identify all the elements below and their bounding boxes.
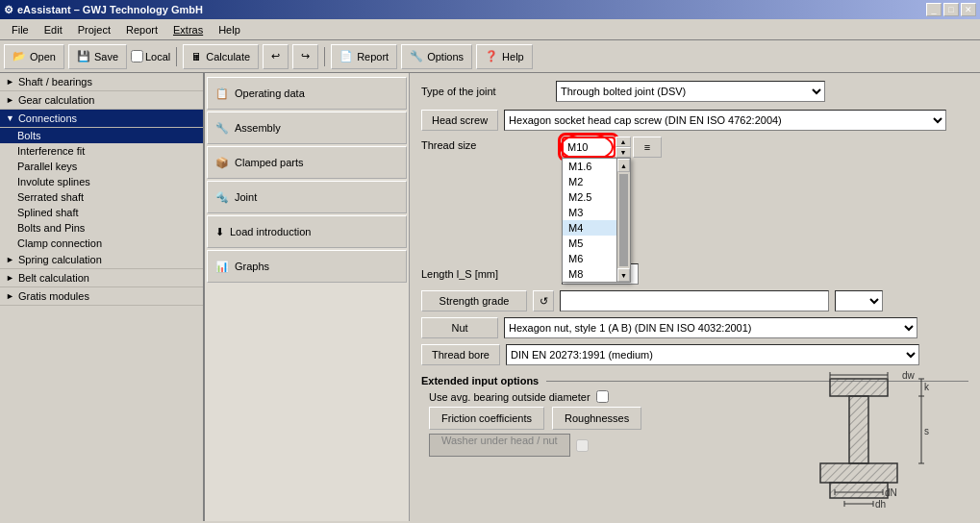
dropdown-scroll-thumb (619, 174, 628, 266)
options-button[interactable]: 🔧 Options (401, 44, 472, 69)
sidebar-item-bolts-and-pins[interactable]: Bolts and Pins (0, 220, 203, 236)
sidebar-item-splined-shaft[interactable]: Splined shaft (0, 205, 203, 220)
thread-size-table-btn[interactable]: ≡ (633, 137, 662, 158)
dropdown-item-m6[interactable]: M6 (563, 251, 616, 266)
strength-input[interactable] (560, 290, 829, 311)
length-row: Length l_S [mm] (421, 263, 968, 285)
chevron-down-icon: ▼ (6, 113, 14, 123)
open-button[interactable]: 📂 Open (4, 44, 64, 69)
nav-operating-data[interactable]: 📋 Operating data (207, 77, 407, 110)
help-button[interactable]: ❓ Help (476, 44, 533, 69)
thread-size-input[interactable] (562, 137, 616, 158)
nut-select[interactable]: Hexagon nut, style 1 (A B) (DIN EN ISO 4… (504, 317, 917, 338)
report-button[interactable]: 📄 Report (331, 44, 397, 69)
app-icon: ⚙ (4, 4, 13, 16)
chevron-right-icon: ► (6, 255, 14, 264)
svg-text:dw: dw (902, 370, 916, 381)
sidebar-item-serrated-shaft[interactable]: Serrated shaft (0, 189, 203, 205)
thread-size-down-btn[interactable]: ▼ (616, 147, 631, 158)
redo-button[interactable]: ↪ (292, 44, 318, 69)
dropdown-scroll-up[interactable]: ▲ (617, 159, 630, 172)
svg-rect-14 (820, 463, 897, 483)
graphs-icon: 📊 (215, 261, 229, 273)
operating-data-icon: 📋 (215, 87, 229, 100)
thread-size-dropdown-list[interactable]: M1.6 M2 M2.5 M3 M4 M5 M6 M8 ▲ (562, 158, 631, 283)
menu-help[interactable]: Help (211, 22, 248, 37)
washer-label: Washer under head / nut (429, 434, 570, 457)
joint-type-select[interactable]: Through bolted joint (DSV)Tap bolt joint… (556, 81, 825, 102)
sidebar-item-connections[interactable]: ▼ Connections (0, 110, 203, 128)
menu-extras[interactable]: Extras (165, 22, 211, 37)
length-label: Length l_S [mm] (421, 268, 556, 280)
menu-project[interactable]: Project (70, 22, 118, 37)
dropdown-item-m8[interactable]: M8 (563, 266, 616, 282)
options-icon: 🔧 (410, 50, 423, 62)
head-screw-row: Head screw Hexagon socket head cap screw… (421, 110, 968, 131)
save-icon: 💾 (77, 50, 90, 62)
dropdown-item-m3[interactable]: M3 (563, 205, 616, 220)
dropdown-item-m1.6[interactable]: M1.6 (563, 159, 616, 174)
head-screw-select[interactable]: Hexagon socket head cap screw (DIN EN IS… (504, 110, 946, 131)
titlebar-controls: _ □ ✕ (926, 3, 976, 16)
close-button[interactable]: ✕ (961, 3, 976, 16)
minimize-button[interactable]: _ (926, 3, 942, 16)
friction-btn[interactable]: Friction coefficients (429, 407, 544, 430)
save-button[interactable]: 💾 Save (68, 44, 127, 69)
nav-graphs[interactable]: 📊 Graphs (207, 250, 407, 283)
sidebar-item-gratis-modules[interactable]: ► Gratis modules (0, 287, 203, 306)
sidebar-item-spring-calculation[interactable]: ► Spring calculation (0, 251, 203, 269)
nav-joint[interactable]: 🔩 Joint (207, 181, 407, 213)
maximize-button[interactable]: □ (943, 3, 959, 16)
dropdown-item-m2[interactable]: M2 (563, 174, 616, 189)
open-icon: 📂 (13, 50, 26, 62)
sidebar-item-bolts[interactable]: Bolts (0, 128, 203, 143)
app-sidebar: ► Shaft / bearings ► Gear calculation ▼ … (0, 73, 205, 521)
sidebar-item-clamp-connection[interactable]: Clamp connection (0, 236, 203, 251)
dropdown-scroll-down[interactable]: ▼ (617, 268, 630, 282)
sidebar-item-belt-calculation[interactable]: ► Belt calculation (0, 269, 203, 287)
svg-rect-10 (849, 396, 868, 463)
dropdown-scrollbar: ▲ ▼ (616, 159, 630, 282)
nav-assembly[interactable]: 🔧 Assembly (207, 112, 407, 144)
clamped-parts-icon: 📦 (215, 157, 229, 169)
menu-file[interactable]: File (4, 22, 37, 37)
thread-size-scroll-btns: ▲ ▼ (616, 137, 631, 158)
bolt-diagram-svg: dw k s (753, 358, 965, 511)
titlebar-left: ⚙ eAssistant – GWJ Technology GmbH (4, 4, 203, 16)
menu-edit[interactable]: Edit (37, 22, 70, 37)
sidebar-item-involute-splines[interactable]: Involute splines (0, 174, 203, 189)
sidebar-item-shaft-bearings[interactable]: ► Shaft / bearings (0, 73, 203, 91)
thread-size-up-btn[interactable]: ▲ (616, 137, 631, 147)
chevron-right-icon: ► (6, 273, 14, 283)
strength-select[interactable] (835, 290, 883, 311)
nav-clamped-parts[interactable]: 📦 Clamped parts (207, 146, 407, 179)
dropdown-item-m2.5[interactable]: M2.5 (563, 189, 616, 205)
dropdown-inner: M1.6 M2 M2.5 M3 M4 M5 M6 M8 ▲ (563, 159, 630, 282)
thread-size-row: Thread size ▲ ▼ ≡ (421, 137, 968, 158)
undo-button[interactable]: ↩ (263, 44, 289, 69)
joint-type-label: Type of the joint (421, 86, 556, 97)
menu-report[interactable]: Report (118, 22, 165, 37)
sidebar-item-parallel-keys[interactable]: Parallel keys (0, 159, 203, 174)
avg-bearing-checkbox[interactable] (596, 390, 609, 403)
svg-rect-5 (830, 379, 888, 396)
washer-checkbox (576, 439, 589, 452)
strength-grade-button[interactable]: Strength grade (421, 290, 527, 311)
svg-text:k: k (924, 382, 930, 392)
svg-text:dh: dh (875, 499, 886, 510)
sidebar-item-gear-calculation[interactable]: ► Gear calculation (0, 91, 203, 110)
head-screw-button[interactable]: Head screw (421, 110, 498, 131)
menubar: File Edit Project Report Extras Help (0, 19, 980, 40)
sidebar-item-interference-fit[interactable]: Interference fit (0, 143, 203, 159)
strength-refresh-btn[interactable]: ↺ (533, 290, 554, 311)
thread-bore-button[interactable]: Thread bore (421, 344, 500, 365)
load-intro-icon: ⬇ (215, 226, 224, 238)
local-checkbox[interactable] (131, 50, 143, 62)
nav-load-introduction[interactable]: ⬇ Load introduction (207, 215, 407, 248)
roughness-btn[interactable]: Roughnesses (552, 407, 641, 430)
calculate-button[interactable]: 🖩 Calculate (183, 44, 259, 69)
nut-button[interactable]: Nut (421, 317, 498, 338)
toolbar-separator-2 (324, 47, 325, 66)
dropdown-item-m5[interactable]: M5 (563, 236, 616, 251)
dropdown-item-m4[interactable]: M4 (563, 220, 616, 236)
